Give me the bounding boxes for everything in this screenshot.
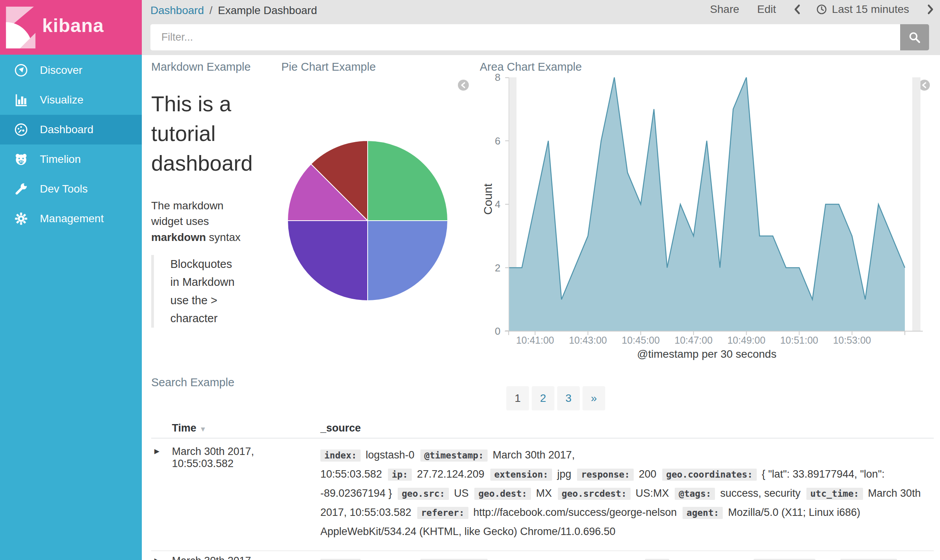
sidebar-item-timelion[interactable]: Timelion	[0, 144, 142, 174]
field-value: 27.72.124.209	[417, 468, 484, 480]
sidebar-item-devtools[interactable]: Dev Tools	[0, 174, 142, 204]
time-forward-button[interactable]	[927, 4, 934, 15]
field-key: index:	[320, 449, 361, 462]
field-value: US:MX	[636, 487, 669, 499]
source-field: referer:http://facebook.com/success/geor…	[417, 506, 683, 518]
chevron-right-icon	[927, 4, 934, 15]
sidebar-item-label: Timelion	[40, 153, 81, 166]
bar-chart-icon	[13, 92, 30, 108]
x-tick-label: 10:43:00	[563, 335, 613, 346]
y-tick-label: 2	[483, 262, 500, 274]
field-key: extension:	[490, 469, 552, 481]
row-source-cell: index:logstash-0@timestamp:March 30th 20…	[320, 446, 934, 541]
document-table: Time▼ _source ▶ March 30th 2017, 10:55:0…	[151, 421, 934, 560]
field-value: March 30th 2017, 10:55:01.480	[493, 558, 639, 560]
field-key: geo.coordinates:	[662, 469, 757, 481]
pie-slice-green[interactable]	[368, 141, 448, 221]
area-chart[interactable]	[505, 77, 923, 337]
kibana-logo[interactable]: kibana	[0, 0, 142, 55]
filter-input[interactable]	[150, 24, 900, 50]
field-value: jpg	[820, 558, 835, 560]
share-button[interactable]: Share	[710, 3, 739, 16]
source-field: index:logstash-0	[320, 449, 420, 461]
x-tick-label: 10:51:00	[774, 335, 825, 346]
y-tick-label: 8	[483, 71, 500, 84]
field-key: geo.srcdest:	[558, 488, 631, 500]
sidebar-nav: Discover Visualize Da	[0, 55, 142, 234]
y-tick-label: 0	[483, 325, 500, 337]
source-field: geo.src:US	[398, 487, 474, 499]
markdown-blockquote: Blockquotes in Markdown use the > charac…	[151, 255, 241, 328]
source-field: extension:jpg	[754, 558, 841, 560]
x-tick-label: 10:53:00	[827, 335, 877, 346]
clock-icon	[816, 4, 827, 15]
edit-button[interactable]: Edit	[757, 3, 776, 16]
source-field: @timestamp:March 30th 2017, 10:55:01.480	[420, 558, 645, 560]
time-range-label: Last 15 minutes	[832, 3, 909, 16]
y-tick-label: 6	[483, 135, 500, 147]
time-back-button[interactable]	[794, 4, 801, 15]
page-button-2[interactable]: 2	[532, 386, 554, 410]
field-value: logstash-0	[366, 449, 415, 461]
sidebar-item-label: Visualize	[40, 94, 84, 106]
x-tick-label: 10:41:00	[510, 335, 561, 346]
area-x-axis-title: @timestamp per 30 seconds	[570, 348, 843, 360]
wrench-icon	[13, 181, 30, 197]
chevron-left-icon	[460, 82, 466, 89]
field-value: MX	[536, 487, 552, 499]
field-key: response:	[577, 469, 634, 481]
field-value: 200	[902, 558, 920, 560]
column-header-source[interactable]: _source	[320, 422, 361, 434]
breadcrumb: Dashboard / Example Dashboard	[150, 4, 317, 17]
sidebar-item-visualize[interactable]: Visualize	[0, 85, 142, 115]
sidebar-item-discover[interactable]: Discover	[0, 55, 142, 85]
pie-panel-title[interactable]: Pie Chart Example	[281, 61, 376, 73]
table-row: ▶ March 30th 2017, 10:55:03.582 index:lo…	[151, 439, 934, 551]
source-field: response:200	[840, 558, 926, 560]
source-field: geo.srcdest:US:MX	[558, 487, 675, 499]
table-row: ▶ March 30th 2017, 10:55:01.480 index:lo…	[151, 551, 934, 560]
sidebar-item-label: Discover	[40, 64, 82, 77]
dashboard-content: Markdown Example Pie Chart Example Area …	[142, 55, 940, 560]
table-header: Time▼ _source	[151, 421, 934, 439]
row-source-cell: index:logstash-0@timestamp:March 30th 20…	[320, 555, 934, 560]
sidebar-item-label: Dev Tools	[40, 183, 88, 195]
sidebar-item-dashboard[interactable]: Dashboard	[0, 115, 142, 144]
search-icon	[908, 31, 921, 44]
row-time-cell: March 30th 2017, 10:55:03.582	[172, 446, 316, 470]
pie-slice-blue[interactable]	[368, 221, 448, 301]
field-key: @timestamp:	[420, 449, 488, 462]
field-value: 255.149.101.13	[674, 558, 748, 560]
expand-row-icon[interactable]: ▶	[154, 447, 159, 455]
endzone-right	[912, 77, 920, 331]
page-button-1[interactable]: 1	[506, 386, 529, 410]
field-key: @tags:	[675, 488, 715, 500]
field-value: logstash-0	[366, 558, 415, 560]
dashboard-gauge-icon	[13, 122, 30, 137]
breadcrumb-current-page: Example Dashboard	[218, 4, 317, 17]
sort-descending-icon: ▼	[200, 425, 207, 433]
page-button-3[interactable]: 3	[557, 386, 580, 410]
column-header-time[interactable]: Time▼	[172, 422, 206, 434]
pie-panel-collapse-button[interactable]	[458, 80, 469, 91]
page-button-next[interactable]: »	[583, 386, 605, 410]
breadcrumb-dashboard-link[interactable]: Dashboard	[150, 4, 204, 17]
sidebar-item-management[interactable]: Management	[0, 204, 142, 234]
expand-row-icon[interactable]: ▶	[154, 556, 159, 560]
area-series-fill[interactable]	[509, 77, 905, 331]
time-picker-button[interactable]: Last 15 minutes	[816, 3, 909, 16]
pie-slice-purple[interactable]	[288, 221, 368, 301]
field-value: success, security	[720, 487, 801, 499]
field-value: US	[454, 487, 469, 499]
field-value: jpg	[557, 468, 571, 480]
source-field: @tags:success, security	[675, 487, 806, 499]
sidebar-item-label: Management	[40, 212, 104, 225]
markdown-panel-title[interactable]: Markdown Example	[151, 61, 251, 73]
search-panel-title[interactable]: Search Example	[151, 376, 234, 389]
filter-search-button[interactable]	[900, 24, 929, 50]
timelion-lion-icon	[13, 152, 30, 167]
field-key: geo.dest:	[474, 488, 531, 500]
kibana-logo-text: kibana	[42, 15, 104, 36]
source-field: ip:27.72.124.209	[388, 468, 490, 480]
top-actions: Share Edit Last 15 minutes	[692, 3, 934, 16]
